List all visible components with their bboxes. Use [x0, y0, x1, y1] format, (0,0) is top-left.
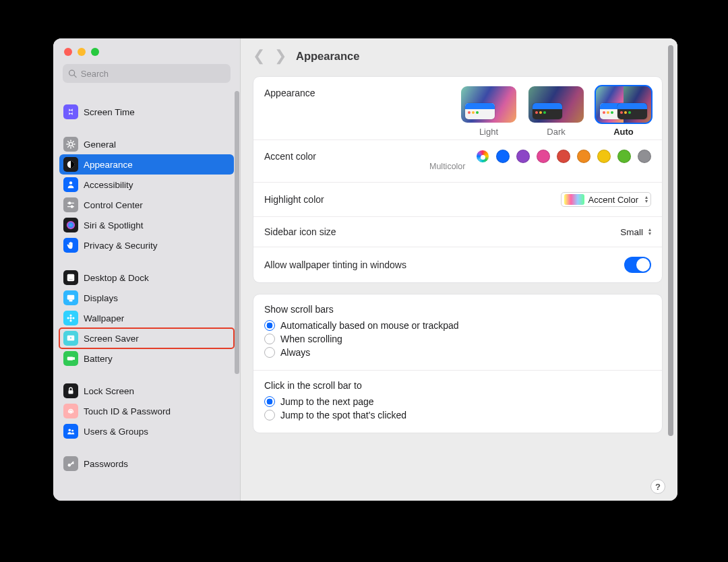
sidebar-item-desktop-dock[interactable]: Desktop & Dock [59, 268, 234, 288]
forward-button[interactable]: ❯ [274, 47, 286, 65]
highlight-row: Highlight color Accent Color ▴▾ [253, 182, 662, 216]
accent-graphite[interactable] [638, 150, 651, 163]
accent-pink[interactable] [537, 150, 550, 163]
fingerprint-icon [63, 404, 78, 418]
theme-auto[interactable]: Auto [596, 86, 651, 137]
accent-yellow[interactable] [597, 150, 611, 163]
accent-red[interactable] [557, 150, 570, 163]
accent-orange[interactable] [577, 150, 590, 163]
back-button[interactable]: ❮ [253, 47, 265, 65]
svg-point-17 [67, 317, 69, 319]
sidebar-item-appearance[interactable]: Appearance [59, 154, 234, 175]
sidebar-item-general[interactable]: General [59, 134, 234, 154]
svg-point-25 [71, 430, 73, 432]
theme-light[interactable]: Light [461, 86, 516, 137]
sidebar-item-label: Control Center [84, 200, 143, 210]
sidebar-item-siri-spotlight[interactable]: Siri & Spotlight [59, 215, 234, 235]
sidebar-item-label: Passwords [84, 459, 128, 469]
sidebar-item-label: Battery [84, 354, 113, 364]
radio-label: Automatically based on mouse or trackpad [280, 320, 459, 331]
accent-label: Accent color [264, 151, 316, 162]
tinting-label: Allow wallpaper tinting in windows [264, 259, 406, 270]
svg-rect-11 [69, 279, 73, 280]
close-icon[interactable] [64, 48, 72, 56]
sidebar-item-privacy-security[interactable]: Privacy & Security [59, 235, 234, 255]
sidebar-item-lock-screen[interactable]: Lock Screen [59, 381, 234, 401]
accent-multicolor[interactable] [476, 150, 489, 163]
sidebar-item-label: Users & Groups [84, 427, 148, 437]
search-input[interactable] [81, 69, 225, 79]
sliders-icon [63, 197, 78, 212]
minimize-icon[interactable] [78, 48, 86, 56]
scrollbars-option[interactable]: When scrolling [264, 334, 651, 344]
sidebar-item-screen-time[interactable]: Screen Time [59, 102, 234, 122]
siri-icon [63, 218, 78, 232]
sidebar-item-accessibility[interactable]: Accessibility [59, 175, 234, 195]
svg-point-15 [69, 314, 71, 316]
scrollclick-option[interactable]: Jump to the spot that's clicked [264, 410, 651, 420]
system-settings-window: Screen TimeGeneralAppearanceAccessibilit… [53, 38, 677, 501]
hourglass-icon [63, 104, 78, 119]
svg-point-18 [72, 317, 74, 319]
svg-point-16 [69, 319, 71, 321]
main-scrollbar-thumb[interactable] [668, 45, 673, 436]
sidebar-item-screen-saver[interactable]: Screen Saver [59, 328, 234, 348]
sidebar-size-selector[interactable]: Small ▴▾ [620, 227, 651, 237]
sidebar-size-label: Sidebar icon size [264, 226, 336, 237]
help-button[interactable]: ? [650, 479, 665, 494]
svg-point-24 [69, 429, 71, 432]
dock-icon [63, 270, 78, 285]
sidebar-item-users-groups[interactable]: Users & Groups [59, 421, 234, 441]
highlight-swatch-icon [564, 194, 584, 205]
radio-icon [264, 320, 275, 331]
scrollclick-heading: Click in the scroll bar to [264, 380, 651, 391]
sidebar-item-control-center[interactable]: Control Center [59, 195, 234, 215]
accent-blue[interactable] [496, 150, 510, 163]
sidebar-item-label: Appearance [84, 160, 133, 170]
accent-green[interactable] [617, 150, 631, 163]
accent-row: Accent color [253, 139, 662, 164]
sidebar-item-displays[interactable]: Displays [59, 288, 234, 308]
sidebar-item-label: Displays [84, 293, 118, 303]
svg-point-2 [69, 142, 72, 146]
zoom-icon[interactable] [91, 48, 99, 56]
sidebar-item-label: Screen Saver [84, 334, 139, 344]
scrollclick-option[interactable]: Jump to the next page [264, 396, 651, 407]
accent-sublabel: Multicolor [253, 162, 662, 178]
search-field[interactable] [63, 64, 231, 83]
sidebar-item-touch-id-password[interactable]: Touch ID & Password [59, 401, 234, 421]
radio-label: When scrolling [280, 334, 342, 344]
stepper-icon: ▴▾ [648, 228, 651, 236]
svg-point-7 [69, 202, 71, 204]
sidebar-scrollbar[interactable] [235, 91, 239, 374]
svg-point-9 [67, 221, 75, 229]
main-scrollbar-track[interactable] [668, 45, 673, 489]
sidebar-item-label: Privacy & Security [84, 241, 158, 251]
svg-rect-22 [73, 358, 74, 360]
accent-purple[interactable] [516, 150, 530, 163]
sidebar-item-label: Siri & Spotlight [84, 220, 144, 230]
svg-rect-23 [69, 390, 73, 394]
scrollbars-block: Show scroll bars Automatically based on … [253, 294, 662, 370]
theme-thumb-icon [596, 86, 651, 123]
highlight-selector[interactable]: Accent Color ▴▾ [561, 192, 651, 207]
theme-label: Auto [613, 127, 634, 137]
highlight-label: Highlight color [264, 194, 324, 205]
svg-line-1 [74, 75, 76, 77]
sidebar-item-label: Touch ID & Password [84, 406, 171, 416]
theme-label: Dark [547, 127, 565, 137]
display-icon [63, 290, 78, 305]
scrollbars-option[interactable]: Always [264, 347, 651, 358]
tinting-toggle[interactable] [624, 257, 651, 273]
sidebar-item-wallpaper[interactable]: Wallpaper [59, 308, 234, 328]
battery-icon [63, 351, 78, 366]
theme-dark[interactable]: Dark [528, 86, 584, 137]
sidebar-list[interactable]: Screen TimeGeneralAppearanceAccessibilit… [53, 90, 240, 501]
sidebar-item-passwords[interactable]: Passwords [59, 454, 234, 474]
sidebar-item-label: Screen Time [84, 107, 135, 117]
appearance-panel: Appearance LightDark Auto Accent color M… [253, 76, 663, 283]
sidebar-item-label: Wallpaper [84, 313, 124, 323]
scrollbars-option[interactable]: Automatically based on mouse or trackpad [264, 320, 651, 331]
hand-icon [63, 238, 78, 253]
sidebar-item-battery[interactable]: Battery [59, 348, 234, 369]
